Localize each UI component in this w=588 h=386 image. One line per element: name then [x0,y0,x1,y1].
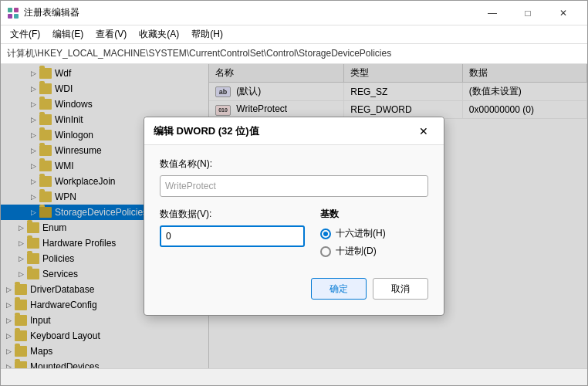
radio-hex[interactable]: 十六进制(H) [320,227,428,240]
data-label: 数值数据(V): [160,208,305,221]
menu-file[interactable]: 文件(F) [4,26,46,42]
window-title: 注册表编辑器 [24,6,79,19]
maximize-button[interactable]: □ [510,1,546,25]
window-controls: — □ ✕ [475,1,581,25]
svg-rect-0 [8,8,12,12]
cancel-button[interactable]: 取消 [373,278,428,300]
address-text: 计算机\HKEY_LOCAL_MACHINE\SYSTEM\CurrentCon… [7,47,391,60]
title-bar: 注册表编辑器 — □ ✕ [1,1,587,25]
menu-favorites[interactable]: 收藏夹(A) [133,26,185,42]
data-input[interactable] [160,225,305,247]
radio-hex-button[interactable] [320,229,331,239]
menu-bar: 文件(F) 编辑(E) 查看(V) 收藏夹(A) 帮助(H) [1,25,587,44]
base-label: 基数 [320,208,428,221]
title-bar-left: 注册表编辑器 [7,6,79,19]
dialog-footer: 确定 取消 [160,275,428,300]
dialog-body: 数值名称(N): 数值数据(V): 基数 十六进制(H) [144,145,444,315]
radio-decimal-label: 十进制(D) [336,245,377,258]
status-bar [1,368,587,385]
app-icon [7,7,19,19]
radio-hex-label: 十六进制(H) [336,227,386,240]
radio-decimal[interactable]: 十进制(D) [320,245,428,258]
menu-help[interactable]: 帮助(H) [185,26,229,42]
dialog-data-row: 数值数据(V): 基数 十六进制(H) 十进制(D) [160,208,428,262]
svg-rect-3 [14,14,19,19]
dialog-left: 数值数据(V): [160,208,305,262]
name-label: 数值名称(N): [160,157,428,171]
menu-view[interactable]: 查看(V) [90,26,133,42]
svg-rect-1 [14,8,19,12]
main-content: ▷ Wdf ▷ WDI ▷ Windows ▷ WinInit ▷ [1,64,587,368]
svg-rect-2 [8,14,12,19]
close-button[interactable]: ✕ [546,1,581,25]
ok-button[interactable]: 确定 [311,278,367,300]
address-bar: 计算机\HKEY_LOCAL_MACHINE\SYSTEM\CurrentCon… [1,44,587,64]
dialog-title: 编辑 DWORD (32 位)值 [154,124,259,138]
main-window: 注册表编辑器 — □ ✕ 文件(F) 编辑(E) 查看(V) 收藏夹(A) 帮助… [0,0,588,386]
minimize-button[interactable]: — [475,1,510,25]
dialog-right: 基数 十六进制(H) 十进制(D) [320,208,428,262]
edit-dword-dialog: 编辑 DWORD (32 位)值 ✕ 数值名称(N): 数值数据(V): 基数 [144,117,444,316]
radio-decimal-button[interactable] [320,246,331,257]
dialog-close-button[interactable]: ✕ [413,120,434,142]
menu-edit[interactable]: 编辑(E) [46,26,90,42]
dialog-overlay: 编辑 DWORD (32 位)值 ✕ 数值名称(N): 数值数据(V): 基数 [1,64,587,368]
name-input[interactable] [160,175,428,197]
dialog-title-bar: 编辑 DWORD (32 位)值 ✕ [144,117,444,145]
